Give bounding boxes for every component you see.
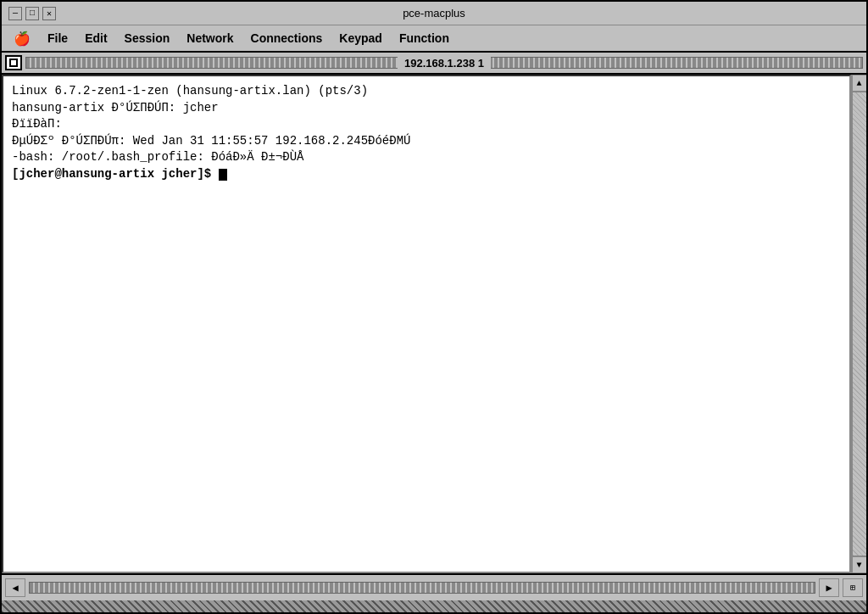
addr-bar-icon <box>5 55 22 70</box>
scroll-right-button[interactable]: ▶ <box>819 578 839 597</box>
window-title: pce-macplus <box>59 7 809 20</box>
menu-network[interactable]: Network <box>178 28 242 48</box>
terminal-line-5: ÐμÚÐΣº Ð°ÚΣΠÐÚπ: Wed Jan 31 11:55:57 192… <box>12 133 841 150</box>
menu-edit[interactable]: Edit <box>76 28 115 48</box>
title-bar: — □ ✕ pce-macplus <box>2 2 866 25</box>
bottom-bar: ◀ ▶ ⊞ <box>2 573 866 600</box>
terminal-line-4: ÐïïÐàΠ: <box>12 116 841 133</box>
terminal[interactable]: Linux 6.7.2-zen1-1-zen (hansung-artix.la… <box>2 75 851 573</box>
terminal-prompt: [jcher@hansung-artix jcher]$ <box>12 167 219 181</box>
terminal-line-3: hansung-artix Ð°ÚΣΠÐÚΠ: jcher <box>12 100 841 117</box>
menu-session[interactable]: Session <box>116 28 179 48</box>
close-button[interactable]: ✕ <box>42 7 56 20</box>
scroll-down-button[interactable]: ▼ <box>852 556 867 573</box>
main-area: Linux 6.7.2-zen1-1-zen (hansung-artix.la… <box>2 75 866 573</box>
main-window: — □ ✕ pce-macplus 🍎 File Edit Session Ne… <box>0 0 868 614</box>
maximize-button[interactable]: □ <box>25 7 39 20</box>
scroll-up-button[interactable]: ▲ <box>852 75 867 92</box>
scrollbar: ▲ ▼ <box>851 75 866 573</box>
expand-button[interactable]: ⊞ <box>843 578 863 597</box>
menu-keypad[interactable]: Keypad <box>331 28 391 48</box>
menu-connections[interactable]: Connections <box>242 28 331 48</box>
menu-bar: 🍎 File Edit Session Network Connections … <box>2 25 866 53</box>
horizontal-scroll-track[interactable] <box>29 582 815 594</box>
menu-file[interactable]: File <box>39 28 76 48</box>
hatch-bar <box>2 600 866 612</box>
terminal-cursor <box>219 169 227 181</box>
minimize-button[interactable]: — <box>8 7 22 20</box>
apple-menu[interactable]: 🍎 <box>5 27 39 50</box>
terminal-line-1: Linux 6.7.2-zen1-1-zen (hansung-artix.la… <box>12 83 841 100</box>
addr-bar-text: 192.168.1.238 1 <box>398 57 491 70</box>
scroll-left-button[interactable]: ◀ <box>5 578 25 597</box>
menu-function[interactable]: Function <box>391 28 458 48</box>
addr-bar: 192.168.1.238 1 <box>2 53 866 75</box>
addr-bar-progress: 192.168.1.238 1 <box>25 57 863 69</box>
scroll-track[interactable] <box>852 92 867 556</box>
terminal-line-6: -bash: /root/.bash_profile: ÐóáÐ»Ä Ð±¬ÐÙ… <box>12 149 841 166</box>
